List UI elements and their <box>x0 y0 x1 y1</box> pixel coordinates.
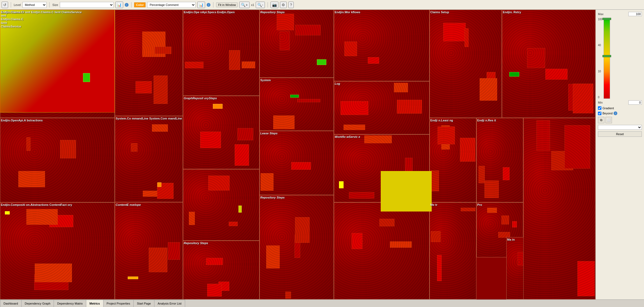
cell-label-endjin-leasing: Endji n.Leasi ng <box>430 119 453 122</box>
cell-label-endjin-retry: Endjin. Retry <box>503 11 521 14</box>
beyond-checkbox[interactable] <box>598 112 601 115</box>
treemap-cell-claims-setup[interactable]: Claims Setup <box>430 10 502 118</box>
min-input[interactable] <box>628 100 642 105</box>
treemap-cell-col4-bottom2[interactable]: Repository Steps <box>183 241 259 299</box>
max-input[interactable] <box>628 12 642 16</box>
treemap-cell-metr[interactable]: Me tr <box>430 202 476 299</box>
size-label: Size <box>52 3 58 6</box>
sub-cell <box>565 125 590 169</box>
sub-cell <box>479 166 485 183</box>
sub-cell <box>185 62 203 68</box>
cell-label-repository-steps-main: Repository Steps <box>260 11 285 14</box>
level-select[interactable]: Method <box>22 2 47 8</box>
color-info-icon[interactable]: i <box>207 3 210 7</box>
settings-button[interactable]: ⚙ <box>280 2 287 8</box>
camera-button[interactable]: 📷 <box>271 2 278 8</box>
treemap-area[interactable]: Endjin.Claims.Cl ient Endjin.Claims.C li… <box>0 10 595 299</box>
workflow-yellow-patch <box>381 171 432 212</box>
mid-slider-handle[interactable] <box>603 55 611 57</box>
treemap-cell-system[interactable]: System <box>259 78 334 131</box>
sub-cell <box>280 31 290 50</box>
range-0: 0 <box>598 96 603 99</box>
sub-cell <box>480 78 497 101</box>
paste-icon-btn[interactable]: ⬜ <box>605 117 612 123</box>
range-labels: 100 40 10 0 <box>598 18 603 99</box>
sub-cell <box>168 242 180 260</box>
sub-cell <box>273 115 295 129</box>
treemap-cell-col5-bottom[interactable]: Repository Steps <box>259 195 334 299</box>
treemap-cell-openapi-abstractions[interactable]: Endjin.OpenApi.A bstractions <box>0 118 115 202</box>
treemap-cell-system-commandline[interactable]: System.Co mmandLine System.Com mandLine <box>115 116 183 202</box>
treemap-cell-openapi-specs[interactable]: Endjin.Ope nApi.Specs Endjin.Open <box>183 10 259 96</box>
sub-cell <box>573 84 593 114</box>
size-select[interactable] <box>60 2 114 8</box>
treemap-cell-log[interactable]: Log <box>334 81 430 134</box>
tab-project-properties[interactable]: Project Properties <box>103 300 134 307</box>
cell-label-content-envelope: ContentE nvelope <box>116 203 141 207</box>
sub-cell <box>397 100 422 114</box>
fit-window-button[interactable]: Fit in Window <box>216 2 238 7</box>
treemap-cell-workflows[interactable]: Endjin.Wor kflows <box>334 10 430 81</box>
tab-start-page[interactable]: Start Page <box>134 300 154 307</box>
size-info-icon[interactable]: i <box>125 3 129 7</box>
treemap-cell-content-envelope[interactable]: ContentE nvelope <box>115 202 183 299</box>
cell-label-workflows: Endjin.Wor kflows <box>335 11 360 14</box>
treemap-cell-lease-steps[interactable]: Lease Steps <box>259 131 334 195</box>
copy-icon-btn[interactable]: ⧉ <box>598 117 604 123</box>
max-slider-handle[interactable] <box>603 18 611 20</box>
sub-cell <box>545 69 567 80</box>
yellow-patch-label: Endjin.Claims.ClientEndjin.Claims.Client… <box>1 11 24 28</box>
gradient-checkbox[interactable] <box>598 106 601 110</box>
size-bar-chart-icon[interactable]: 📊 <box>115 2 123 8</box>
tab-metrics[interactable]: Metrics <box>86 300 103 307</box>
separator2 <box>49 2 50 8</box>
treemap-cell-col4-bottom1[interactable] <box>183 169 259 241</box>
sub-cell <box>487 208 497 213</box>
sub-cell <box>368 57 379 64</box>
range-100: 100 <box>598 18 603 21</box>
sub-cell <box>229 222 237 226</box>
sub-cell <box>431 231 441 242</box>
treemap-cell-endjin-reset[interactable]: Endji n.Res it <box>476 118 523 202</box>
sub-cell <box>291 162 311 170</box>
tab-dependency-matrix[interactable]: Dependency Matrix <box>54 300 86 307</box>
zoom-in-button[interactable]: 🔍+ <box>239 2 249 8</box>
cell-label-col4-bottom2: Repository Steps <box>184 241 208 245</box>
tab-analysis-error-list[interactable]: Analysis Error List <box>154 300 185 307</box>
treemap-cell-endjin-retry[interactable]: Endjin. Retry <box>502 10 595 118</box>
sub-cell <box>461 208 475 212</box>
zoom-out-button[interactable]: 🔍- <box>256 2 265 8</box>
sub-cell <box>295 25 321 35</box>
bottom-tabs: DashboardDependency GraphDependency Matr… <box>0 299 644 307</box>
sub-cell <box>18 171 45 187</box>
color-bar-chart-icon[interactable]: 📊 <box>197 2 205 8</box>
treemap-cell-composition-abstractions[interactable]: Endjin.Compositi on.Abstractions Content… <box>0 202 115 299</box>
icon-row: ⧉ ⬜ <box>598 117 642 123</box>
treemap-cell-right-section[interactable] <box>523 118 595 299</box>
sub-cell <box>349 192 374 199</box>
treemap-cell-graph-repo-steps[interactable]: GraphReposit orySteps <box>183 96 259 169</box>
sub-cell <box>237 128 253 140</box>
reset-button[interactable]: Reset <box>598 131 642 137</box>
sub-cell <box>512 221 517 227</box>
sub-cell <box>206 258 223 265</box>
accent-cell <box>317 59 326 65</box>
cell-label-openapi-abstractions: Endjin.OpenApi.A bstractions <box>1 119 43 122</box>
tab-dashboard[interactable]: Dashboard <box>0 300 22 307</box>
treemap-cell-repository-steps-main[interactable]: Repository Steps <box>259 10 334 78</box>
separator3 <box>131 2 131 8</box>
beyond-info-icon[interactable]: i <box>614 111 617 115</box>
treemap-cell-endjin-leasing[interactable]: Endji n.Leasi ng <box>430 118 476 202</box>
sub-cell <box>235 144 249 166</box>
help-button[interactable]: ? <box>288 2 294 8</box>
treemap-cell-col6-bottom[interactable] <box>334 202 430 299</box>
color-scheme-select[interactable] <box>598 125 642 130</box>
level-label: Level <box>14 3 21 6</box>
color-select[interactable]: Percentage Comment <box>147 2 196 8</box>
sub-cell <box>465 28 469 47</box>
refresh-button[interactable]: ↺ <box>2 2 8 8</box>
tab-dependency-graph[interactable]: Dependency Graph <box>22 300 54 307</box>
treemap-cell-col2-top[interactable] <box>115 10 183 116</box>
cell-label-system-commandline: System.Co mmandLine System.Com mandLine <box>116 117 182 120</box>
accent-cell <box>509 72 519 77</box>
